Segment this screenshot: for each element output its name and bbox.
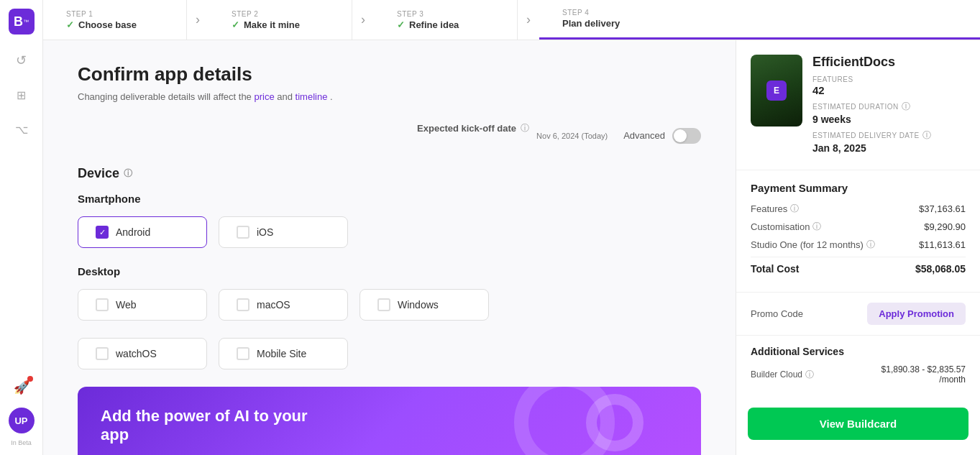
payment-row-studio: Studio One (for 12 months) ⓘ $11,613.61 <box>751 239 966 251</box>
ai-banner[interactable]: Add the power of AI to your app <box>78 387 701 455</box>
customisation-info: ⓘ <box>812 221 821 233</box>
android-card[interactable]: ✓ Android <box>78 216 207 248</box>
step-2-label: ✓ Make it mine <box>232 19 329 30</box>
windows-card[interactable]: Windows <box>360 289 489 321</box>
features-label: FEATURES <box>812 75 966 83</box>
step-3-number: STEP 3 <box>397 10 494 18</box>
total-label: Total Cost <box>751 263 799 275</box>
windows-checkbox[interactable] <box>377 298 390 311</box>
grid-icon: ⊞ <box>17 88 26 102</box>
price-link[interactable]: price <box>254 91 274 102</box>
step-1-check: ✓ <box>66 19 74 30</box>
ios-card[interactable]: iOS <box>219 216 348 248</box>
undo-icon: ↺ <box>16 52 27 68</box>
app-thumb-inner: E <box>751 55 802 127</box>
ai-banner-circle2 <box>586 394 644 451</box>
apply-promotion-button[interactable]: Apply Promotion <box>867 303 966 325</box>
features-row-label: Features ⓘ <box>751 203 799 215</box>
builder-cloud-amount: $1,890.38 - $2,835.57/month <box>881 364 966 385</box>
studio-amount: $11,613.61 <box>919 239 966 250</box>
app-thumbnail: E <box>751 55 802 127</box>
rocket-badge <box>27 376 33 382</box>
delivery-meta: ESTIMATED DELIVERY DATE ⓘ Jan 8, 2025 <box>812 129 966 154</box>
windows-label: Windows <box>398 299 439 311</box>
macos-card[interactable]: macOS <box>219 289 348 321</box>
promo-section: Promo Code Apply Promotion <box>736 293 980 336</box>
desktop-options-row2: watchOS Mobile Site <box>78 338 701 369</box>
app-name: EfficientDocs <box>812 55 966 70</box>
mobile-site-card[interactable]: Mobile Site <box>219 338 348 369</box>
view-buildcard-button[interactable]: View Buildcard <box>748 408 968 440</box>
mobile-site-checkbox[interactable] <box>237 347 249 360</box>
mobile-site-label: Mobile Site <box>257 348 306 359</box>
app-header: E EfficientDocs FEATURES 42 ESTIMATED DU… <box>736 40 980 170</box>
desktop-heading: Desktop <box>78 265 701 277</box>
step-2-number: STEP 2 <box>232 10 329 18</box>
features-value: 42 <box>812 84 966 96</box>
rocket-button[interactable]: 🚀 <box>7 373 36 402</box>
headset-icon: ⌥ <box>15 123 28 137</box>
brand-logo[interactable]: B™ <box>9 9 35 35</box>
device-info-icon: ⓘ <box>124 167 132 180</box>
web-label: Web <box>116 299 137 311</box>
step-1-label: ✓ Choose base <box>66 19 163 30</box>
duration-info-icon: ⓘ <box>902 101 911 113</box>
delivery-label: ESTIMATED DELIVERY DATE ⓘ <box>812 129 966 142</box>
customisation-row-label: Customisation ⓘ <box>751 221 821 233</box>
duration-meta: ESTIMATED DURATION ⓘ 9 weeks <box>812 101 966 125</box>
ios-checkbox[interactable] <box>237 226 249 239</box>
macos-checkbox[interactable] <box>237 298 249 311</box>
smartphone-options: ✓ Android iOS <box>78 216 701 248</box>
web-card[interactable]: Web <box>78 289 207 321</box>
right-panel: E EfficientDocs FEATURES 42 ESTIMATED DU… <box>736 40 980 455</box>
info-icon-kickoff: ⓘ <box>521 122 529 134</box>
page-title: Confirm app details <box>78 63 701 86</box>
step-4-label: Plan delivery <box>562 18 957 29</box>
customisation-amount: $9,290.90 <box>924 221 966 232</box>
beta-label: In Beta <box>11 439 32 446</box>
kickoff-label: Expected kick-off date <box>417 123 516 134</box>
payment-summary: Payment Summary Features ⓘ $37,163.61 Cu… <box>736 170 980 293</box>
builder-cloud-info: ⓘ <box>805 369 814 381</box>
advanced-row: Expected kick-off date ⓘ Nov 6, 2024 (To… <box>78 122 701 149</box>
watchos-checkbox[interactable] <box>96 347 109 360</box>
android-checkbox[interactable]: ✓ <box>96 226 109 239</box>
app-icon: E <box>766 81 787 101</box>
delivery-value: Jan 8, 2025 <box>812 142 966 154</box>
desktop-options-row1: Web macOS Windows <box>78 289 701 321</box>
sidebar: B™ ↺ ⊞ ⌥ 🚀 UP In Beta <box>0 0 43 455</box>
rocket-icon: 🚀 <box>14 380 29 395</box>
macos-label: macOS <box>257 299 290 311</box>
advanced-label: Advanced <box>623 130 665 141</box>
payment-summary-title: Payment Summary <box>751 182 966 194</box>
duration-label: ESTIMATED DURATION ⓘ <box>812 101 966 113</box>
total-amount: $58,068.05 <box>915 263 966 275</box>
ios-label: iOS <box>257 226 273 238</box>
grid-button[interactable]: ⊞ <box>7 81 36 109</box>
device-section-heading: Device ⓘ <box>78 166 701 181</box>
headset-button[interactable]: ⌥ <box>7 115 36 144</box>
advanced-toggle[interactable] <box>672 128 701 144</box>
app-info: EfficientDocs FEATURES 42 ESTIMATED DURA… <box>812 55 966 158</box>
step-2[interactable]: STEP 2 ✓ Make it mine <box>209 0 352 40</box>
builder-cloud-label: Builder Cloud ⓘ <box>751 369 814 381</box>
step-3[interactable]: STEP 3 ✓ Refine idea <box>374 0 518 40</box>
duration-value: 9 weeks <box>812 114 966 125</box>
undo-button[interactable]: ↺ <box>7 46 36 75</box>
web-checkbox[interactable] <box>96 298 109 311</box>
studio-row-label: Studio One (for 12 months) ⓘ <box>751 239 875 251</box>
avatar[interactable]: UP <box>9 408 35 433</box>
timeline-link[interactable]: timeline <box>296 91 328 102</box>
watchos-card[interactable]: watchOS <box>78 338 207 369</box>
kickoff-section: Expected kick-off date ⓘ <box>417 122 529 134</box>
step-3-label: ✓ Refine idea <box>397 19 494 30</box>
step-1[interactable]: STEP 1 ✓ Choose base <box>43 0 187 40</box>
features-payment-info: ⓘ <box>790 203 799 215</box>
additional-services-title: Additional Services <box>751 346 966 357</box>
builder-cloud-row: Builder Cloud ⓘ $1,890.38 - $2,835.57/mo… <box>751 364 966 385</box>
step-4[interactable]: STEP 4 Plan delivery <box>539 0 980 40</box>
android-label: Android <box>116 226 150 238</box>
watchos-label: watchOS <box>116 348 157 359</box>
features-amount: $37,163.61 <box>919 203 966 214</box>
step-3-check: ✓ <box>397 19 405 30</box>
